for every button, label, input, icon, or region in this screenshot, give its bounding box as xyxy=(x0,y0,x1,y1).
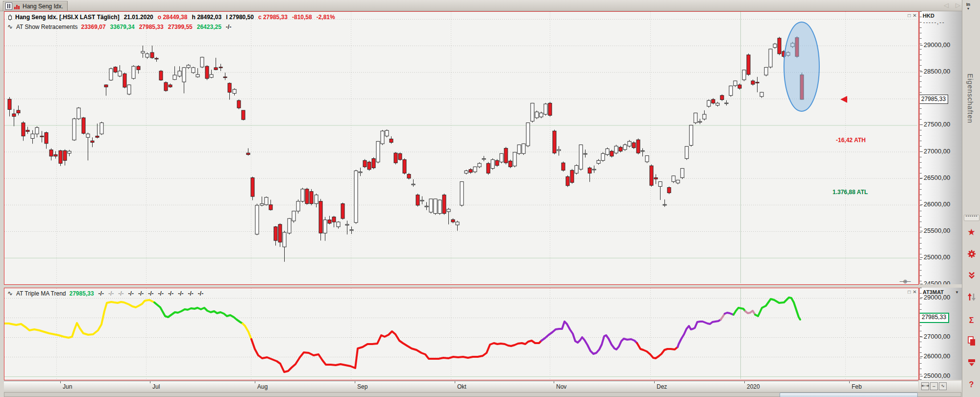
month-label-dez: Dez xyxy=(657,383,667,390)
legend-value: -/- xyxy=(118,290,123,297)
axis-tick xyxy=(920,376,923,376)
candlestick-icon xyxy=(8,14,12,21)
chevron-down-icon: ▼ xyxy=(966,7,970,10)
sidebar-grip-handle[interactable]: •••••• xyxy=(964,215,980,221)
legend-value: -/- xyxy=(98,290,104,297)
axis-tick xyxy=(920,284,923,284)
report-document-icon[interactable] xyxy=(962,336,980,347)
ma-trend-chart[interactable] xyxy=(4,288,917,379)
legend-value: -/- xyxy=(226,24,231,30)
nav-back-icon[interactable]: ◁ xyxy=(944,1,949,9)
axis-tick-label: 25000,00 xyxy=(924,253,950,261)
month-label-okt: Okt xyxy=(457,383,466,390)
retracements-legend[interactable]: ∿ AT Show Retracements 23369,0733679,342… xyxy=(7,23,231,30)
month-label-sep: Sep xyxy=(357,383,368,390)
chart-document-tab[interactable]: Hang Seng Idx. xyxy=(3,1,68,11)
ma-trend-legend[interactable]: ∿ AT Triple MA Trend 27985,33-/--/--/--/… xyxy=(7,290,203,297)
settings-gear-icon[interactable] xyxy=(962,249,980,260)
legend-value: 27985,33 xyxy=(70,290,94,297)
axis-tick-label: 24500,00 xyxy=(924,280,950,284)
symbol-legend[interactable]: Hang Seng Idx. [.HSI.X LAST Täglich]21.0… xyxy=(8,14,335,21)
nav-forward-icon[interactable]: ▷ xyxy=(956,1,960,9)
indicator-wave-icon: ∿ xyxy=(7,290,13,297)
legend-value: -2,81% xyxy=(317,14,335,21)
favorites-star-icon[interactable]: ★ xyxy=(962,227,980,237)
panel-splitter-handle[interactable]: ─⊕─ xyxy=(900,278,910,285)
last-price-tag: 27985,33 xyxy=(919,95,948,104)
right-sidebar: In▼ Eigenschaften •••••• ★ Σ xyxy=(962,0,980,397)
legend-value: 21.01.2020 xyxy=(124,14,153,21)
sum-sigma-icon[interactable]: Σ xyxy=(962,316,980,325)
axis-tick-label: 27000,00 xyxy=(924,148,950,155)
help-icon[interactable]: ? xyxy=(962,380,980,389)
in-tab[interactable]: In▼ xyxy=(966,2,970,10)
panel-close-icon[interactable]: ✕ xyxy=(913,13,917,18)
month-tick xyxy=(744,381,745,383)
properties-panel-label[interactable]: Eigenschaften xyxy=(966,74,974,124)
legend-value: 27985,33 xyxy=(139,24,164,30)
month-tick xyxy=(355,381,355,383)
axis-tick-label: 25000,00 xyxy=(924,372,950,379)
price-chart-panel[interactable]: Hang Seng Idx. [.HSI.X LAST Täglich]21.0… xyxy=(4,11,919,285)
chevron-down-icon[interactable]: ▼ xyxy=(955,290,959,295)
month-tick xyxy=(849,381,850,383)
scrollbar-thumb[interactable] xyxy=(780,393,918,397)
month-label-jul: Jul xyxy=(152,383,160,390)
axis-tick-label: 26000,00 xyxy=(924,352,950,360)
window-nav-controls: ◁ ▷ xyxy=(944,1,960,9)
indicator-wave-icon: ∿ xyxy=(7,23,13,30)
panel-maximize-icon[interactable]: □ xyxy=(908,13,911,18)
expand-horizontal-button[interactable]: ↔ xyxy=(930,382,938,390)
bar-chart-icon xyxy=(14,3,21,9)
month-label-aug: Aug xyxy=(257,383,268,390)
legend-value: -/- xyxy=(188,290,194,297)
legend-value: -/- xyxy=(178,290,183,297)
currency-label: HKD xyxy=(923,13,934,19)
legend-value: o 28449,38 xyxy=(158,14,188,21)
legend-value: 26423,25 xyxy=(197,24,221,30)
axis-tick-label: 27500,00 xyxy=(924,121,950,128)
application-window: Hang Seng Idx. ◁ ▷ ✕ Hang Seng Idx. [.HS… xyxy=(0,0,980,397)
axis-tick xyxy=(920,231,923,231)
legend-value: -/- xyxy=(158,290,164,297)
tab-label: Hang Seng Idx. xyxy=(23,3,63,10)
legend-value: 33679,34 xyxy=(110,24,135,30)
flag-download-icon[interactable] xyxy=(962,358,980,369)
legend-value: -/- xyxy=(128,290,134,297)
axis-tick xyxy=(920,151,923,152)
legend-value: -/- xyxy=(168,290,173,297)
month-label-jun: Jun xyxy=(63,383,72,390)
axis-tick xyxy=(920,204,923,205)
legend-value: h 28492,03 xyxy=(192,14,221,21)
legend-value: l 27980,50 xyxy=(226,14,254,21)
axis-tick xyxy=(920,257,923,258)
time-x-axis[interactable]: JunJulAugSepOktNovDez2020Feb xyxy=(4,381,918,392)
arrows-up-down-icon[interactable] xyxy=(962,293,980,303)
month-label-feb: Feb xyxy=(852,383,862,390)
panel-maximize-icon[interactable]: □ xyxy=(908,289,911,295)
chevrons-down-icon[interactable] xyxy=(962,272,980,281)
indicator-y-axis[interactable]: AT3MAT ▼ 29000,0027000,0026000,0025000,0… xyxy=(919,288,962,380)
title-bar: Hang Seng Idx. ◁ ▷ ✕ xyxy=(0,0,980,11)
axis-tick-label: 25500,00 xyxy=(924,227,950,234)
axis-tick xyxy=(920,72,923,72)
axis-top-dashes: -----,-- xyxy=(923,19,945,25)
fit-horizontal-button[interactable]: ⇤⇥ xyxy=(921,382,929,390)
axis-tick xyxy=(920,337,923,337)
legend-value: -/- xyxy=(148,290,153,297)
legend-value: -/- xyxy=(108,290,114,297)
axis-tick xyxy=(920,124,923,125)
indicator-chart-panel[interactable]: ∿ AT Triple MA Trend 27985,33-/--/--/--/… xyxy=(4,288,919,380)
axis-tick xyxy=(920,298,923,298)
month-tick xyxy=(255,381,255,383)
minor-ticks xyxy=(920,11,922,284)
horizontal-scrollbar[interactable] xyxy=(4,392,961,397)
atl-annotation: 1.376,88 ATL xyxy=(833,189,868,196)
candlestick-chart[interactable] xyxy=(4,12,917,283)
legend-value: -/- xyxy=(198,290,203,297)
retracements-name: AT Show Retracements xyxy=(16,24,78,30)
fit-chart-button[interactable]: ∿ xyxy=(939,382,947,390)
panel-window-buttons: □ ✕ xyxy=(908,13,917,18)
price-y-axis[interactable]: HKD -----,-- 29000,0028500,0027500,00270… xyxy=(919,11,962,284)
panel-close-icon[interactable]: ✕ xyxy=(913,289,917,295)
